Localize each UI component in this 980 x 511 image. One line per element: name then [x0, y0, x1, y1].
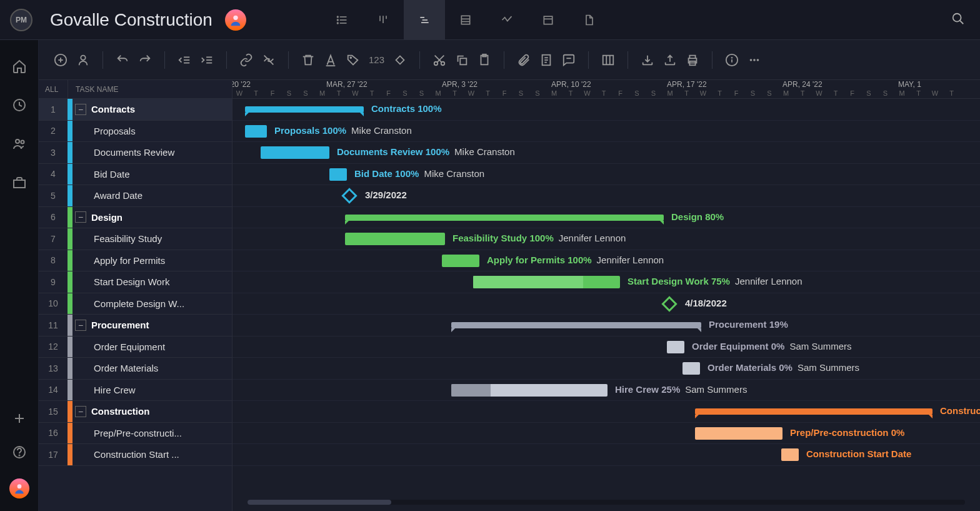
gantt-row: Apply for Permits 100%Jennifer Lennon — [232, 250, 980, 272]
task-row[interactable]: 11−Procurement — [39, 315, 232, 336]
portfolio-icon[interactable] — [12, 175, 27, 190]
info-icon[interactable] — [725, 53, 739, 67]
task-row[interactable]: 7Feasibility Study — [39, 228, 232, 250]
copy-icon[interactable] — [455, 53, 469, 67]
redo-icon[interactable] — [138, 53, 152, 67]
task-row[interactable]: 6−Design — [39, 207, 232, 229]
user-avatar[interactable] — [9, 478, 29, 498]
delete-icon[interactable] — [301, 53, 315, 67]
gantt-group-bar[interactable] — [245, 106, 364, 113]
dashboard-view-tab[interactable] — [486, 0, 528, 40]
task-row[interactable]: 3Documents Review — [39, 142, 232, 164]
columns-icon[interactable] — [601, 53, 615, 67]
gantt-task-bar[interactable] — [781, 448, 799, 461]
gantt-task-bar[interactable] — [245, 125, 267, 138]
task-row[interactable]: 13Order Materials — [39, 358, 232, 380]
gantt-group-bar[interactable] — [695, 408, 932, 415]
timeline-day-label: T — [364, 89, 380, 97]
timeline-day-label: S — [414, 89, 430, 97]
unlink-icon[interactable] — [262, 53, 276, 67]
collapse-icon[interactable]: − — [75, 320, 86, 331]
task-row[interactable]: 10Complete Design W... — [39, 293, 232, 315]
col-name-header[interactable]: TASK NAME — [68, 85, 118, 94]
help-icon[interactable] — [12, 445, 27, 460]
gantt-task-bar[interactable] — [695, 427, 782, 440]
collapse-icon[interactable]: − — [75, 211, 86, 223]
assign-icon[interactable] — [76, 53, 90, 67]
task-row[interactable]: 16Prep/Pre-constructi... — [39, 423, 232, 445]
gantt-group-bar[interactable] — [345, 215, 664, 221]
timeline-day-label: W — [811, 89, 828, 97]
milestone-icon[interactable] — [661, 296, 677, 311]
logo-badge[interactable]: PM — [10, 9, 32, 31]
task-row[interactable]: 8Apply for Permits — [39, 250, 232, 272]
timeline-day-label: M — [778, 89, 794, 97]
paste-icon[interactable] — [478, 53, 491, 67]
timeline-day-label: T — [828, 89, 844, 97]
gantt-task-bar[interactable] — [329, 168, 347, 181]
task-name-label: Award Date — [72, 190, 232, 201]
gantt-h-scrollbar[interactable] — [248, 500, 965, 505]
task-color-bar — [68, 293, 72, 315]
search-icon[interactable] — [946, 7, 970, 33]
import-icon[interactable] — [641, 53, 654, 67]
gantt-task-bar[interactable] — [451, 384, 608, 397]
project-title: Govalle Construction — [50, 10, 212, 30]
task-row[interactable]: 2Proposals — [39, 121, 232, 143]
task-row[interactable]: 1−Contracts — [39, 99, 232, 121]
file-view-tab[interactable] — [569, 0, 610, 40]
text-style-icon[interactable] — [324, 53, 338, 67]
gantt-task-bar[interactable] — [667, 341, 684, 353]
gantt-row: Start Design Work 75%Jennifer Lennon — [232, 271, 980, 293]
gantt-group-bar[interactable] — [451, 322, 701, 328]
milestone-icon[interactable] — [393, 53, 407, 67]
comment-icon[interactable] — [562, 53, 576, 67]
left-nav-rail — [0, 40, 39, 511]
gantt-task-bar[interactable] — [442, 255, 479, 267]
milestone-icon[interactable] — [341, 188, 357, 203]
export-icon[interactable] — [663, 53, 677, 67]
calendar-view-tab[interactable] — [528, 0, 569, 40]
task-row[interactable]: 9Start Design Work — [39, 271, 232, 293]
sheet-view-tab[interactable] — [445, 0, 486, 40]
print-icon[interactable] — [686, 53, 699, 67]
add-icon[interactable] — [12, 411, 27, 426]
project-avatar[interactable] — [225, 9, 246, 31]
col-all-header[interactable]: ALL — [39, 85, 68, 94]
undo-icon[interactable] — [116, 53, 129, 67]
gantt-task-bar[interactable] — [473, 276, 620, 288]
notes-icon[interactable] — [539, 53, 553, 67]
gantt-task-bar[interactable] — [261, 146, 329, 159]
task-row[interactable]: 17Construction Start ... — [39, 444, 232, 466]
task-row[interactable]: 15−Construction — [39, 401, 232, 423]
recent-icon[interactable] — [12, 98, 27, 113]
home-icon[interactable] — [12, 59, 27, 74]
gantt-bar-label: Design 80% — [671, 211, 724, 222]
svg-point-68 — [757, 59, 759, 61]
outdent-icon[interactable] — [178, 53, 191, 67]
list-view-tab[interactable] — [321, 0, 362, 40]
attach-icon[interactable] — [517, 53, 531, 67]
timeline-day-label: F — [381, 89, 397, 97]
gantt-view-tab[interactable] — [404, 0, 445, 40]
collapse-icon[interactable]: − — [75, 104, 86, 115]
task-row[interactable]: 14Hire Crew — [39, 380, 232, 402]
add-task-icon[interactable] — [54, 53, 68, 67]
link-icon[interactable] — [239, 53, 253, 67]
gantt-task-bar[interactable] — [682, 362, 700, 375]
team-icon[interactable] — [12, 136, 27, 151]
gantt-chart[interactable]: , 20 '22MAR, 27 '22APR, 3 '22APR, 10 '22… — [232, 80, 980, 511]
collapse-icon[interactable]: − — [75, 406, 86, 417]
board-view-tab[interactable] — [362, 0, 404, 40]
gantt-scroll-thumb[interactable] — [248, 500, 391, 505]
task-row-number: 2 — [39, 126, 68, 136]
task-row[interactable]: 12Order Equipment — [39, 336, 232, 358]
gantt-task-bar[interactable] — [345, 233, 445, 245]
task-color-bar — [68, 228, 72, 250]
cut-icon[interactable] — [432, 53, 446, 67]
task-row[interactable]: 4Bid Date — [39, 164, 232, 186]
task-row[interactable]: 5Award Date — [39, 185, 232, 207]
more-icon[interactable] — [748, 53, 761, 67]
tag-icon[interactable] — [346, 53, 360, 67]
indent-icon[interactable] — [200, 53, 214, 67]
